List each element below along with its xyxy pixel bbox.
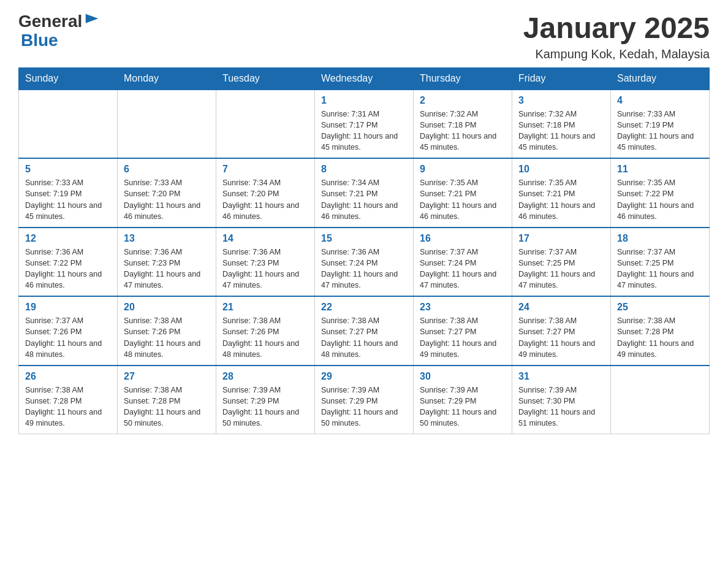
calendar-header: SundayMondayTuesdayWednesdayThursdayFrid… [19,67,710,90]
location-title: Kampung Kok, Kedah, Malaysia [523,47,710,61]
day-number: 2 [420,95,506,106]
day-number: 28 [222,371,308,382]
day-number: 3 [518,95,604,106]
day-number: 17 [518,233,604,244]
calendar-cell: 17Sunrise: 7:37 AM Sunset: 7:25 PM Dayli… [512,228,611,297]
day-number: 4 [617,95,703,106]
calendar-cell: 5Sunrise: 7:33 AM Sunset: 7:19 PM Daylig… [19,158,118,228]
day-info: Sunrise: 7:35 AM Sunset: 7:21 PM Dayligh… [518,177,604,222]
day-number: 11 [617,164,703,175]
day-info: Sunrise: 7:32 AM Sunset: 7:18 PM Dayligh… [420,109,506,153]
day-number: 13 [124,233,210,244]
day-info: Sunrise: 7:37 AM Sunset: 7:25 PM Dayligh… [617,247,703,291]
day-of-week-header: Monday [118,67,216,90]
day-of-week-header: Tuesday [216,67,315,90]
calendar-cell: 31Sunrise: 7:39 AM Sunset: 7:30 PM Dayli… [512,366,611,434]
day-number: 19 [25,302,111,313]
day-number: 23 [420,302,506,313]
calendar-cell: 25Sunrise: 7:38 AM Sunset: 7:28 PM Dayli… [611,296,710,366]
day-of-week-header: Thursday [414,67,512,90]
day-info: Sunrise: 7:39 AM Sunset: 7:29 PM Dayligh… [321,385,407,429]
day-info: Sunrise: 7:35 AM Sunset: 7:21 PM Dayligh… [420,177,506,222]
day-info: Sunrise: 7:33 AM Sunset: 7:19 PM Dayligh… [25,177,111,222]
calendar-cell: 14Sunrise: 7:36 AM Sunset: 7:23 PM Dayli… [216,228,315,297]
calendar-cell: 30Sunrise: 7:39 AM Sunset: 7:29 PM Dayli… [414,366,512,434]
day-of-week-header: Saturday [611,67,710,90]
day-number: 26 [25,371,111,382]
day-number: 6 [124,164,210,175]
day-info: Sunrise: 7:33 AM Sunset: 7:20 PM Dayligh… [124,177,210,222]
day-info: Sunrise: 7:36 AM Sunset: 7:22 PM Dayligh… [25,247,111,291]
logo-flag-icon [83,12,100,29]
calendar-cell [611,366,710,434]
day-number: 21 [222,302,308,313]
calendar-cell: 12Sunrise: 7:36 AM Sunset: 7:22 PM Dayli… [19,228,118,297]
logo: General Blue [18,12,100,50]
day-info: Sunrise: 7:36 AM Sunset: 7:23 PM Dayligh… [124,247,210,291]
calendar-week-row: 12Sunrise: 7:36 AM Sunset: 7:22 PM Dayli… [19,228,710,297]
calendar-week-row: 19Sunrise: 7:37 AM Sunset: 7:26 PM Dayli… [19,296,710,366]
day-number: 18 [617,233,703,244]
calendar-table: SundayMondayTuesdayWednesdayThursdayFrid… [18,67,710,435]
calendar-cell: 21Sunrise: 7:38 AM Sunset: 7:26 PM Dayli… [216,296,315,366]
calendar-cell: 3Sunrise: 7:32 AM Sunset: 7:18 PM Daylig… [512,90,611,159]
calendar-cell [216,90,315,159]
day-number: 14 [222,233,308,244]
day-number: 1 [321,95,407,106]
calendar-cell: 22Sunrise: 7:38 AM Sunset: 7:27 PM Dayli… [315,296,414,366]
calendar-cell: 28Sunrise: 7:39 AM Sunset: 7:29 PM Dayli… [216,366,315,434]
day-info: Sunrise: 7:38 AM Sunset: 7:26 PM Dayligh… [222,315,308,360]
day-number: 24 [518,302,604,313]
calendar-cell: 16Sunrise: 7:37 AM Sunset: 7:24 PM Dayli… [414,228,512,297]
day-of-week-header: Wednesday [315,67,414,90]
day-of-week-header: Sunday [19,67,118,90]
calendar-cell [118,90,216,159]
day-info: Sunrise: 7:38 AM Sunset: 7:28 PM Dayligh… [124,385,210,429]
day-info: Sunrise: 7:32 AM Sunset: 7:18 PM Dayligh… [518,109,604,153]
day-number: 29 [321,371,407,382]
calendar-cell: 9Sunrise: 7:35 AM Sunset: 7:21 PM Daylig… [414,158,512,228]
day-info: Sunrise: 7:34 AM Sunset: 7:20 PM Dayligh… [222,177,308,222]
calendar-cell [19,90,118,159]
logo-general-text: General [18,12,82,31]
calendar-week-row: 26Sunrise: 7:38 AM Sunset: 7:28 PM Dayli… [19,366,710,434]
day-info: Sunrise: 7:39 AM Sunset: 7:29 PM Dayligh… [222,385,308,429]
day-number: 10 [518,164,604,175]
day-info: Sunrise: 7:36 AM Sunset: 7:23 PM Dayligh… [222,247,308,291]
day-number: 12 [25,233,111,244]
logo-blue-text: Blue [21,31,100,50]
day-number: 15 [321,233,407,244]
day-number: 20 [124,302,210,313]
calendar-cell: 27Sunrise: 7:38 AM Sunset: 7:28 PM Dayli… [118,366,216,434]
calendar-cell: 13Sunrise: 7:36 AM Sunset: 7:23 PM Dayli… [118,228,216,297]
day-info: Sunrise: 7:37 AM Sunset: 7:25 PM Dayligh… [518,247,604,291]
day-info: Sunrise: 7:38 AM Sunset: 7:27 PM Dayligh… [321,315,407,360]
day-info: Sunrise: 7:37 AM Sunset: 7:24 PM Dayligh… [420,247,506,291]
day-info: Sunrise: 7:38 AM Sunset: 7:28 PM Dayligh… [617,315,703,360]
day-number: 16 [420,233,506,244]
day-number: 5 [25,164,111,175]
day-number: 8 [321,164,407,175]
day-info: Sunrise: 7:34 AM Sunset: 7:21 PM Dayligh… [321,177,407,222]
calendar-body: 1Sunrise: 7:31 AM Sunset: 7:17 PM Daylig… [19,90,710,434]
calendar-cell: 20Sunrise: 7:38 AM Sunset: 7:26 PM Dayli… [118,296,216,366]
calendar-cell: 26Sunrise: 7:38 AM Sunset: 7:28 PM Dayli… [19,366,118,434]
calendar-cell: 10Sunrise: 7:35 AM Sunset: 7:21 PM Dayli… [512,158,611,228]
day-info: Sunrise: 7:37 AM Sunset: 7:26 PM Dayligh… [25,315,111,360]
day-number: 31 [518,371,604,382]
page-header: General Blue January 2025 Kampung Kok, K… [18,12,710,61]
day-number: 9 [420,164,506,175]
calendar-cell: 6Sunrise: 7:33 AM Sunset: 7:20 PM Daylig… [118,158,216,228]
calendar-cell: 7Sunrise: 7:34 AM Sunset: 7:20 PM Daylig… [216,158,315,228]
day-info: Sunrise: 7:31 AM Sunset: 7:17 PM Dayligh… [321,109,407,153]
day-number: 25 [617,302,703,313]
month-title: January 2025 [523,12,710,45]
days-of-week-row: SundayMondayTuesdayWednesdayThursdayFrid… [19,67,710,90]
day-number: 22 [321,302,407,313]
title-section: January 2025 Kampung Kok, Kedah, Malaysi… [523,12,710,61]
day-number: 7 [222,164,308,175]
calendar-cell: 4Sunrise: 7:33 AM Sunset: 7:19 PM Daylig… [611,90,710,159]
calendar-cell: 24Sunrise: 7:38 AM Sunset: 7:27 PM Dayli… [512,296,611,366]
calendar-cell: 11Sunrise: 7:35 AM Sunset: 7:22 PM Dayli… [611,158,710,228]
day-info: Sunrise: 7:36 AM Sunset: 7:24 PM Dayligh… [321,247,407,291]
